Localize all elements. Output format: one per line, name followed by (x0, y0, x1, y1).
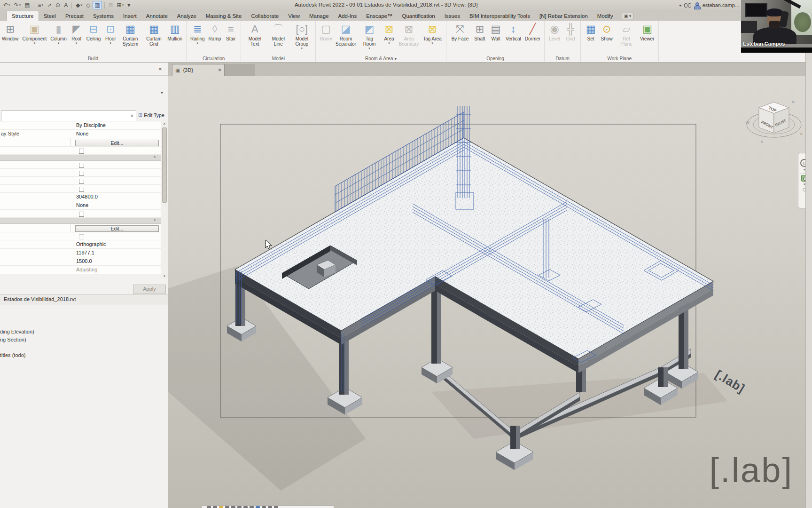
chevron-down-icon[interactable]: ▾ (161, 90, 163, 95)
undo-button[interactable]: ↶▾ (2, 1, 12, 9)
view-control-icon[interactable] (225, 506, 229, 508)
edit-button[interactable]: Edit... (75, 225, 159, 232)
curtain-system-button[interactable]: ▦Curtain System (118, 22, 142, 47)
browser-tree-item[interactable]: ng Section) (0, 337, 26, 342)
railing-button[interactable]: ≣Railing▾ (188, 22, 207, 45)
stair-button[interactable]: ≡Stair (223, 22, 239, 42)
tag-room-button[interactable]: ◩Tag Room▾ (358, 22, 381, 50)
view-control-icon[interactable] (243, 506, 248, 508)
model-line-button[interactable]: ⌒Model Line (266, 22, 290, 47)
tab-bim-interoperability-tools[interactable]: BIM Interoperability Tools (465, 11, 535, 21)
combo-arrow-icon[interactable]: ∨ (130, 113, 133, 118)
property-value[interactable] (73, 169, 161, 176)
vertical-button[interactable]: ↕Vertical (504, 22, 523, 42)
view-control-icon[interactable] (274, 506, 278, 508)
signed-in-user[interactable]: esteban.camp... (703, 2, 739, 8)
customize-qat-button[interactable]: ▾ (126, 1, 132, 9)
edit-button[interactable]: Edit... (75, 140, 159, 146)
properties-scrollbar[interactable]: ∧ ∨ (161, 121, 168, 279)
tab-precast[interactable]: Precast (61, 11, 88, 21)
tab-steel[interactable]: Steel (39, 11, 61, 21)
tab-insert[interactable]: Insert (118, 11, 141, 21)
checkbox[interactable] (79, 212, 84, 217)
tab-add-ins[interactable]: Add-Ins (334, 11, 362, 21)
model-text-button[interactable]: AModel Text (243, 22, 266, 47)
edit-type-button[interactable]: ⊞ Edit Type (138, 112, 164, 118)
view-control-icon[interactable] (207, 506, 211, 508)
checkbox[interactable] (79, 163, 84, 168)
tab-manage[interactable]: Manage (304, 11, 334, 21)
property-value[interactable]: Adjusting (73, 266, 161, 274)
property-value[interactable]: None (73, 130, 161, 138)
column-button[interactable]: ▮Column▾ (48, 22, 68, 45)
view-control-bar[interactable] (202, 505, 334, 508)
browser-tree-item[interactable]: tities (todo) (0, 352, 25, 358)
checkbox[interactable] (79, 187, 84, 192)
property-value[interactable]: Edit... (70, 224, 161, 232)
view-control-icon[interactable] (231, 506, 235, 508)
search-binoculars-icon[interactable] (684, 3, 691, 8)
tab-enscape-[interactable]: Enscape™ (361, 11, 397, 21)
property-group-band[interactable]: ∧ (0, 218, 161, 224)
scroll-up-icon[interactable]: ∧ (161, 122, 168, 126)
account-person-icon[interactable] (694, 2, 700, 8)
chevron-down-icon[interactable]: ▾ (804, 168, 805, 172)
view-control-icon[interactable] (213, 506, 217, 508)
tab-systems[interactable]: Systems (88, 11, 118, 21)
dormer-button[interactable]: ╱Dormer (523, 22, 542, 42)
view-control-icon[interactable] (237, 506, 242, 508)
viewer-button[interactable]: ▣Viewer (638, 22, 656, 42)
tab-massing-site[interactable]: Massing & Site (201, 11, 247, 21)
tab-modify[interactable]: Modify (593, 11, 618, 21)
view-cube[interactable]: TOP FRONT RIGHT N W S E (745, 96, 811, 158)
property-value[interactable] (73, 161, 161, 168)
redo-button[interactable]: ↷▾ (13, 1, 23, 9)
drawing-area[interactable]: ▣ {3D} × (168, 63, 812, 508)
tab-analyze[interactable]: Analyze (172, 11, 201, 21)
ceiling-button[interactable]: ⊟Ceiling (85, 22, 103, 42)
view-control-icon[interactable] (219, 506, 223, 508)
view-control-icon[interactable] (262, 506, 266, 508)
tab-collaborate[interactable]: Collaborate (246, 11, 283, 21)
compass-south-label[interactable]: S (761, 140, 763, 144)
room-separator-button[interactable]: ◪Room Separator (334, 22, 358, 47)
property-group-band[interactable]: ∧ (0, 155, 161, 161)
tab-view[interactable]: View (283, 11, 304, 21)
aligned-dimension-button[interactable]: ↗ (46, 1, 53, 9)
text-button[interactable]: A (62, 1, 69, 9)
ramp-button[interactable]: ◊Ramp (207, 22, 223, 42)
scrollbar-thumb[interactable] (162, 127, 167, 203)
property-value[interactable] (73, 177, 161, 184)
apply-button[interactable]: Apply (133, 285, 166, 294)
floor-button[interactable]: ⊡Floor▾ (102, 22, 118, 45)
measure-button[interactable]: ≡▾ (37, 1, 45, 9)
shaft-button[interactable]: ⊞Shaft (472, 22, 488, 42)
component-button[interactable]: ▣Component▾ (21, 22, 49, 45)
close-icon[interactable]: × (156, 65, 164, 72)
property-value[interactable]: 11977.1 (73, 249, 161, 257)
set-button[interactable]: ▦Set (583, 22, 599, 42)
checkbox[interactable] (79, 234, 84, 239)
area-button[interactable]: ⊠Area▾ (381, 22, 397, 45)
collapse-arrow-icon[interactable]: ◂ (679, 3, 681, 8)
model-group-button[interactable]: [○]Model Group▾ (290, 22, 313, 50)
view-control-icon[interactable] (250, 506, 254, 508)
property-value[interactable]: By Discipline (73, 121, 161, 129)
close-hidden-windows-button[interactable]: ⊠ (107, 1, 115, 9)
thin-lines-toggle[interactable]: ▥ (93, 1, 102, 9)
default-3d-view-button[interactable]: ◆▾ (74, 1, 84, 9)
tag-area-button[interactable]: ⊠Tag Area▾ (421, 22, 444, 45)
property-value[interactable] (73, 185, 161, 192)
roof-button[interactable]: ◤Roof▾ (69, 22, 85, 45)
tab-quantification[interactable]: Quantification (397, 11, 439, 21)
compass-east-label[interactable]: E (800, 132, 803, 136)
browser-tree-item[interactable]: ding Elevation) (0, 329, 34, 334)
view-control-icon[interactable] (268, 506, 272, 508)
scroll-down-icon[interactable]: ∨ (161, 274, 168, 278)
tab--n-rebar-extension[interactable]: [N] Rebar Extension (535, 11, 593, 21)
switch-windows-button[interactable]: ⊞▾ (116, 1, 125, 9)
property-value[interactable] (73, 232, 161, 240)
compass-north-label[interactable]: N (792, 100, 795, 104)
property-value[interactable]: 1500.0 (73, 257, 161, 265)
modify-panel-button[interactable]: ▣ ▾ (622, 13, 634, 19)
